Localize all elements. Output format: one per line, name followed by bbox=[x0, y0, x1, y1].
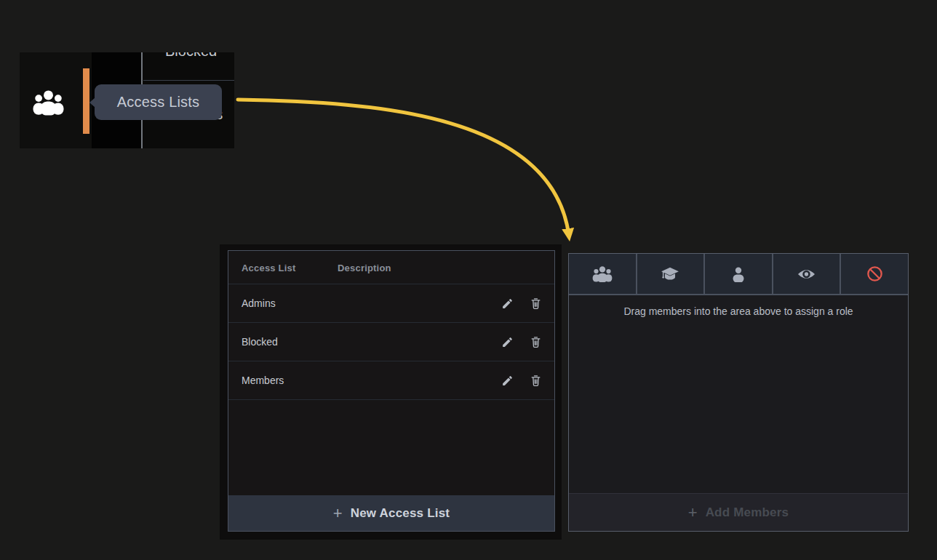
row-actions bbox=[501, 297, 554, 310]
trash-icon[interactable] bbox=[529, 374, 542, 387]
table-row[interactable]: Admins bbox=[228, 284, 554, 323]
eye-icon bbox=[797, 266, 816, 282]
trash-icon[interactable] bbox=[529, 335, 542, 348]
new-access-list-button[interactable]: + New Access List bbox=[228, 495, 554, 531]
role-cell-teacher[interactable] bbox=[637, 254, 706, 294]
access-list-name: Blocked bbox=[228, 336, 338, 348]
trash-icon[interactable] bbox=[529, 297, 542, 310]
role-cell-member[interactable] bbox=[705, 254, 773, 294]
members-panel: Drag members into the area above to assi… bbox=[568, 253, 909, 532]
access-lists-table: Access List Description Admins Blocked bbox=[228, 250, 555, 532]
plus-icon: + bbox=[688, 505, 698, 521]
add-members-label: Add Members bbox=[706, 505, 789, 520]
role-drop-bar bbox=[569, 254, 908, 295]
blocked-icon bbox=[866, 265, 884, 283]
plus-icon: + bbox=[333, 505, 343, 521]
access-lists-tooltip: Access Lists bbox=[95, 84, 222, 120]
sidebar-fragment: Blocked Members Access Lists bbox=[20, 52, 234, 148]
members-drop-area[interactable] bbox=[569, 317, 908, 493]
person-icon bbox=[730, 266, 747, 282]
tooltip-tail bbox=[89, 97, 95, 108]
clipped-row-label-top: Blocked bbox=[165, 52, 217, 60]
role-cell-blocked[interactable] bbox=[841, 254, 908, 294]
screen: Blocked Members Access Lists Access List… bbox=[0, 0, 937, 560]
role-cell-admin[interactable] bbox=[569, 254, 637, 294]
role-cell-viewer[interactable] bbox=[773, 254, 842, 294]
people-group-icon[interactable] bbox=[31, 89, 65, 116]
active-nav-indicator bbox=[83, 68, 89, 134]
table-row[interactable]: Blocked bbox=[228, 323, 554, 361]
table-empty-area bbox=[228, 400, 554, 495]
graduation-cap-icon bbox=[661, 266, 679, 282]
column-header-description: Description bbox=[338, 263, 391, 273]
edit-icon[interactable] bbox=[501, 297, 514, 310]
access-list-name: Members bbox=[228, 375, 338, 386]
tooltip-label: Access Lists bbox=[117, 94, 200, 111]
row-actions bbox=[501, 335, 554, 348]
add-members-button[interactable]: + Add Members bbox=[569, 493, 908, 531]
table-row[interactable]: Members bbox=[228, 361, 554, 400]
edit-icon[interactable] bbox=[501, 374, 514, 387]
column-header-access-list: Access List bbox=[242, 263, 295, 273]
row-divider bbox=[143, 80, 234, 81]
row-actions bbox=[501, 374, 554, 387]
new-access-list-label: New Access List bbox=[351, 506, 450, 521]
edit-icon[interactable] bbox=[501, 335, 514, 348]
access-list-name: Admins bbox=[228, 297, 338, 309]
people-group-icon bbox=[591, 265, 613, 282]
access-lists-panel: Access List Description Admins Blocked bbox=[220, 244, 562, 540]
drag-members-hint: Drag members into the area above to assi… bbox=[569, 305, 908, 317]
table-header: Access List Description bbox=[228, 251, 554, 284]
